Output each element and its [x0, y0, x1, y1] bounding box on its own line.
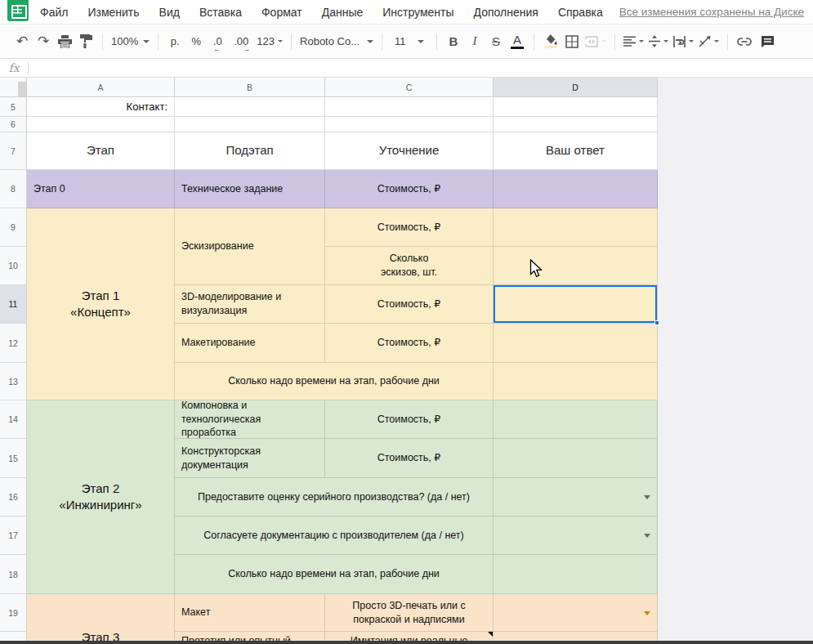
cell-c12[interactable]: Стоимость, ₽ [325, 324, 494, 363]
row-header-6[interactable]: 6 [0, 117, 27, 132]
insert-link-button[interactable] [734, 31, 755, 52]
paint-format-button[interactable] [75, 31, 96, 52]
cell-b14-layout[interactable]: Компоновка и технологическая проработка [175, 400, 325, 439]
cell-d17-dropdown[interactable] [494, 517, 658, 555]
cell-b6[interactable] [175, 117, 325, 132]
cell-b15-documentation[interactable]: Конструкторская документация [175, 439, 325, 478]
sheets-logo-icon[interactable] [7, 0, 29, 21]
column-header-c[interactable]: C [325, 78, 494, 97]
bold-button[interactable]: B [443, 31, 464, 52]
row-header-5[interactable]: 5 [0, 97, 27, 117]
cell-b9-10-sketching[interactable]: Эскизирование [175, 208, 325, 285]
row-header-13[interactable]: 13 [0, 363, 27, 400]
text-rotation-menu[interactable] [696, 31, 721, 52]
number-format-menu[interactable]: 123 [254, 31, 285, 52]
cell-d6[interactable] [494, 117, 658, 132]
cell-b16-c16-serial[interactable]: Предоставите оценку серийного производст… [175, 478, 494, 517]
cell-d19-dropdown[interactable] [494, 594, 658, 632]
menu-addons[interactable]: Дополнения [474, 6, 538, 19]
menu-file[interactable]: Файл [40, 6, 68, 19]
redo-button[interactable]: ↷ [33, 31, 54, 52]
cell-d11-selected[interactable] [494, 285, 658, 324]
cell-c7-header-clarification[interactable]: Уточнение [325, 132, 494, 170]
zoom-select[interactable]: 100% [109, 31, 152, 52]
cell-d7-header-answer[interactable]: Ваш ответ [494, 132, 658, 170]
horizontal-align-menu[interactable] [621, 31, 646, 52]
row-header-12[interactable]: 12 [0, 324, 27, 363]
cell-c8[interactable]: Стоимость, ₽ [325, 170, 494, 208]
strikethrough-button[interactable]: S [485, 31, 507, 52]
vertical-align-menu[interactable] [646, 31, 671, 52]
cell-a7-header-stage[interactable]: Этап [27, 132, 175, 170]
select-all-corner[interactable] [0, 78, 27, 97]
cell-b8[interactable]: Техническое задание [175, 170, 325, 208]
increase-decimal-button[interactable]: .00→ [228, 31, 254, 52]
cell-b19-mockup[interactable]: Макет [175, 594, 325, 632]
italic-button[interactable]: I [464, 31, 485, 52]
decrease-decimal-button[interactable]: .0← [207, 31, 228, 52]
dropdown-arrow-icon[interactable] [644, 534, 650, 538]
cell-a9-13-stage1[interactable]: Этап 1 «Концепт» [27, 208, 175, 400]
cell-b13-c13-time[interactable]: Сколько надо времени на этап, рабочие дн… [175, 363, 494, 400]
fill-handle[interactable] [654, 320, 659, 325]
row-header-11[interactable]: 11 [0, 285, 27, 324]
cell-c10[interactable]: Сколько эскизов, шт. [325, 247, 494, 285]
cell-b7-header-substage[interactable]: Подэтап [175, 132, 325, 170]
cell-c6[interactable] [325, 117, 494, 132]
column-header-a[interactable]: A [27, 78, 175, 97]
cell-d15[interactable] [494, 439, 658, 478]
cell-d12[interactable] [494, 324, 658, 363]
cell-c9[interactable]: Стоимость, ₽ [325, 208, 494, 247]
menu-view[interactable]: Вид [159, 6, 180, 19]
row-header-19[interactable]: 19 [0, 594, 27, 632]
row-header-7[interactable]: 7 [0, 132, 27, 170]
cell-a19-20-stage3[interactable]: Этап 3 [27, 594, 175, 644]
menu-insert[interactable]: Вставка [199, 6, 242, 19]
cell-d8[interactable] [494, 170, 658, 208]
cell-c15[interactable]: Стоимость, ₽ [325, 439, 494, 478]
insert-comment-button[interactable] [757, 31, 778, 52]
column-header-d[interactable]: D [494, 78, 658, 97]
save-status-link[interactable]: Все изменения сохранены на Диске [619, 6, 804, 18]
undo-button[interactable]: ↶ [11, 31, 33, 52]
font-size-select[interactable]: 11 [388, 31, 431, 52]
menu-help[interactable]: Справка [558, 6, 603, 19]
cell-c14[interactable]: Стоимость, ₽ [325, 400, 494, 439]
menu-data[interactable]: Данные [322, 6, 364, 19]
cell-b12-mockup[interactable]: Макетирование [175, 324, 325, 363]
menu-format[interactable]: Формат [261, 6, 302, 19]
row-header-9[interactable]: 9 [0, 208, 27, 247]
borders-button[interactable] [561, 31, 583, 52]
row-header-18[interactable]: 18 [0, 555, 27, 594]
cell-b17-c17-approve[interactable]: Согласуете документацию с производителем… [175, 517, 494, 555]
cell-b11-modeling[interactable]: 3D-моделирование и визуализация [175, 285, 325, 324]
cell-d9[interactable] [494, 208, 658, 247]
text-color-button[interactable]: A [507, 31, 528, 52]
cell-c5[interactable] [325, 97, 494, 117]
row-header-15[interactable]: 15 [0, 439, 27, 478]
row-header-10[interactable]: 10 [0, 247, 27, 285]
cell-a6[interactable] [27, 117, 175, 132]
cell-b18-c18-time[interactable]: Сколько надо времени на этап, рабочие дн… [175, 555, 494, 594]
row-header-17[interactable]: 17 [0, 517, 27, 555]
cell-c11[interactable]: Стоимость, ₽ [325, 285, 494, 324]
cell-a8-stage0[interactable]: Этап 0 [27, 170, 175, 208]
cell-c19[interactable]: Просто 3D-печать или с покраской и надпи… [325, 594, 494, 632]
format-currency-button[interactable]: р. [164, 31, 185, 52]
cell-d16-dropdown[interactable] [494, 478, 658, 517]
cell-d13[interactable] [494, 363, 658, 400]
merge-cells-button[interactable] [583, 31, 609, 52]
cell-d5[interactable] [494, 97, 658, 117]
menu-tools[interactable]: Инструменты [382, 6, 453, 19]
cell-b5[interactable] [175, 97, 325, 117]
row-header-16[interactable]: 16 [0, 478, 27, 517]
column-header-b[interactable]: B [175, 78, 325, 97]
row-header-8[interactable]: 8 [0, 170, 27, 208]
font-family-select[interactable]: Roboto Co... [297, 31, 376, 52]
row-header-14[interactable]: 14 [0, 400, 27, 439]
dropdown-arrow-icon[interactable] [644, 611, 650, 615]
formula-input[interactable] [29, 59, 813, 77]
print-button[interactable] [54, 31, 75, 52]
cell-a14-18-stage2[interactable]: Этап 2 «Инжиниринг» [27, 400, 175, 594]
format-percent-button[interactable]: % [185, 31, 207, 52]
